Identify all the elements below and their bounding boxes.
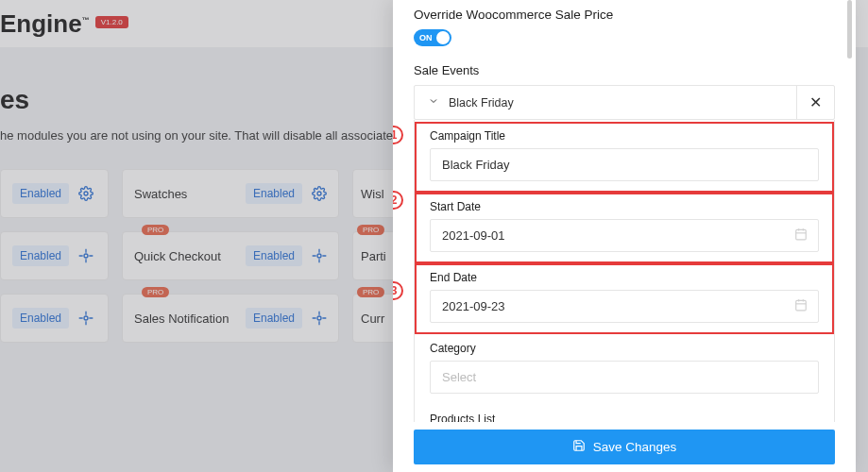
calendar-icon[interactable]: [794, 298, 808, 315]
pro-badge: PRO: [357, 225, 384, 235]
module-card-sales-notification[interactable]: PRO Sales Notification Enabled: [122, 294, 339, 343]
module-card[interactable]: Enabled: [0, 169, 109, 218]
calendar-icon[interactable]: [794, 228, 808, 244]
enabled-badge: Enabled: [12, 308, 69, 329]
version-badge: V1.2.0: [95, 16, 128, 28]
gear-icon[interactable]: [78, 311, 94, 326]
module-card-quick-checkout[interactable]: PRO Quick Checkout Enabled: [122, 231, 339, 280]
pro-badge: PRO: [142, 287, 169, 297]
module-name: Parti: [361, 249, 386, 263]
module-name: Wisl: [361, 187, 384, 201]
gear-icon[interactable]: [312, 248, 327, 263]
toggle-label: ON: [419, 33, 433, 42]
svg-rect-6: [796, 229, 807, 240]
gear-icon[interactable]: [312, 311, 327, 326]
category-label: Category: [430, 342, 819, 355]
save-changes-button[interactable]: Save Changes: [414, 430, 835, 464]
enabled-badge: Enabled: [246, 308, 302, 329]
close-icon: ✕: [809, 93, 822, 111]
panel-scrollbar[interactable]: [847, 0, 852, 59]
module-name: Curr: [361, 312, 384, 326]
category-group: Category: [415, 334, 834, 405]
module-card[interactable]: Enabled: [0, 294, 109, 343]
campaign-title-group: Campaign Title: [415, 122, 834, 193]
end-date-input[interactable]: [430, 290, 819, 323]
end-date-group: End Date: [415, 263, 834, 334]
step-marker-1: 1: [393, 126, 403, 144]
accordion-header[interactable]: Black Friday ✕: [414, 85, 835, 120]
accordion-toggle[interactable]: Black Friday: [415, 86, 796, 119]
override-toggle[interactable]: ON: [414, 29, 451, 46]
save-button-label: Save Changes: [593, 440, 677, 454]
logo-text: Engine: [0, 9, 82, 38]
svg-point-5: [317, 316, 321, 320]
campaign-title-input[interactable]: [430, 148, 819, 181]
svg-rect-10: [796, 300, 807, 311]
app-logo: Engine™: [0, 9, 90, 39]
save-icon: [572, 439, 586, 455]
pro-badge: PRO: [357, 287, 384, 297]
svg-point-4: [84, 316, 88, 320]
gear-icon[interactable]: [312, 186, 327, 201]
accordion-title: Black Friday: [449, 96, 514, 110]
svg-point-0: [84, 192, 88, 195]
svg-point-1: [317, 192, 321, 195]
enabled-badge: Enabled: [12, 183, 69, 204]
module-card-swatches[interactable]: Swatches Enabled: [122, 169, 339, 218]
start-date-group: Start Date: [415, 193, 834, 263]
accordion-close-button[interactable]: ✕: [796, 86, 834, 119]
accordion-body: 1 Campaign Title 2 Start Date 3 End Date: [414, 120, 835, 472]
enabled-badge: Enabled: [12, 245, 69, 266]
step-marker-2: 2: [393, 191, 403, 210]
override-title: Override Woocommerce Sale Price: [414, 8, 835, 22]
svg-point-2: [84, 254, 88, 258]
step-marker-3: 3: [393, 281, 403, 300]
module-name: Sales Notification: [134, 312, 236, 326]
start-date-input[interactable]: [430, 219, 819, 252]
chevron-down-icon: [428, 95, 439, 110]
gear-icon[interactable]: [78, 248, 94, 263]
save-bar: Save Changes: [393, 422, 856, 472]
start-date-label: Start Date: [430, 200, 819, 213]
svg-point-3: [317, 254, 321, 258]
sale-events-label: Sale Events: [414, 63, 835, 77]
campaign-title-label: Campaign Title: [430, 129, 819, 143]
settings-panel: Override Woocommerce Sale Price ON Sale …: [393, 0, 856, 472]
module-name: Quick Checkout: [134, 249, 236, 263]
end-date-label: End Date: [430, 271, 819, 284]
category-select[interactable]: [430, 361, 819, 394]
module-name: Swatches: [134, 187, 236, 201]
gear-icon[interactable]: [78, 186, 94, 201]
enabled-badge: Enabled: [246, 245, 302, 266]
module-card[interactable]: Enabled: [0, 231, 109, 280]
pro-badge: PRO: [142, 225, 169, 235]
enabled-badge: Enabled: [246, 183, 302, 204]
